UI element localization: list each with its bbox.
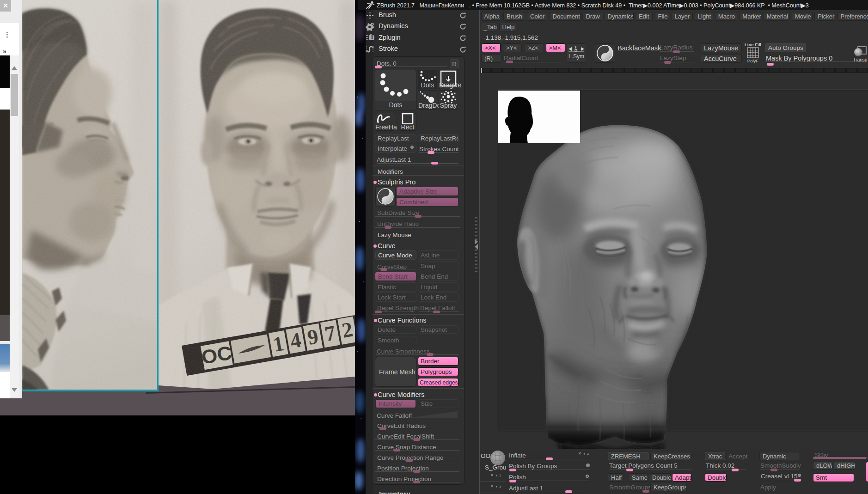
svg-text:Transp: Transp xyxy=(853,57,868,62)
svg-text:Line Fill: Line Fill xyxy=(745,42,761,47)
svg-text:L.Sym: L.Sym xyxy=(568,53,584,60)
svg-text:PolyF: PolyF xyxy=(747,58,758,63)
